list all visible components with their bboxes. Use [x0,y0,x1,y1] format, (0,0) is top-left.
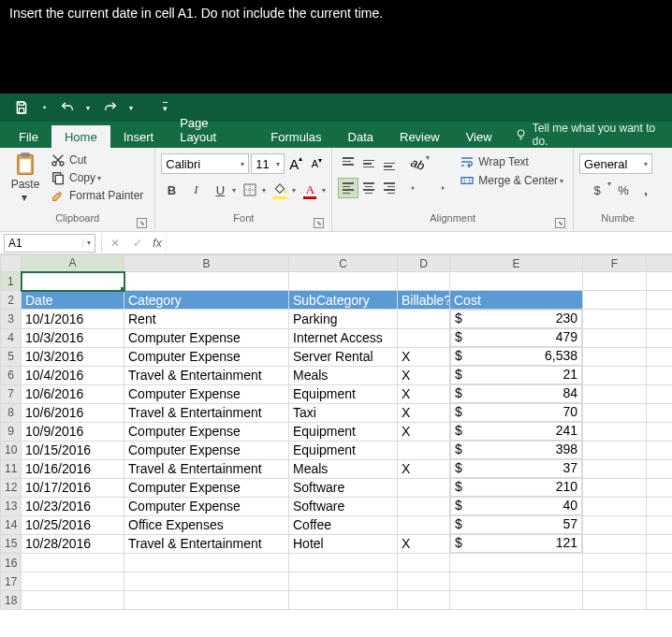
tab-view[interactable]: View [453,125,505,148]
cell-category[interactable]: Travel & Entertainment [124,534,289,554]
row-header[interactable]: 12 [1,478,22,497]
cell-billable[interactable] [398,328,450,347]
cell[interactable] [647,328,673,347]
cell-billable[interactable] [398,310,450,329]
fill-color-button[interactable] [270,180,290,200]
cell[interactable] [583,384,647,403]
cell-subcategory[interactable]: Equipment [289,441,398,459]
cell-subcategory[interactable]: Internet Access [289,328,398,347]
cell[interactable] [583,441,647,459]
undo-dropdown-icon[interactable]: ▾ [83,96,95,119]
copy-dropdown-icon[interactable]: ▾ [97,174,101,182]
align-center-button[interactable] [358,178,379,198]
header-category[interactable]: Category [124,291,289,310]
cell[interactable] [398,272,450,291]
cell[interactable] [583,591,647,610]
paste-dropdown-icon[interactable]: ▾ [22,191,27,204]
cell[interactable] [450,572,583,591]
formula-input[interactable] [166,234,672,253]
row-header[interactable]: 3 [1,310,22,329]
font-dialog-launcher[interactable]: ⬊ [314,218,324,228]
orientation-button[interactable]: ab [407,153,428,174]
cell[interactable] [289,554,398,572]
font-color-dropdown-icon[interactable]: ▾ [322,186,326,195]
cell-subcategory[interactable]: Meals [289,459,398,478]
cell[interactable] [450,591,583,610]
cell[interactable] [398,554,450,572]
font-color-button[interactable]: A [299,180,320,200]
header-date[interactable]: Date [22,291,124,310]
cell-billable[interactable]: X [398,347,450,366]
cell[interactable] [583,310,647,329]
cell-date[interactable]: 10/9/2016 [22,422,124,441]
underline-button[interactable]: U [210,180,230,200]
redo-icon[interactable] [98,96,123,119]
cell-date[interactable]: 10/28/2016 [22,534,124,554]
cell[interactable] [289,572,398,591]
row-header[interactable]: 8 [1,403,22,422]
tab-formulas[interactable]: Formulas [257,125,334,148]
cell[interactable] [450,272,583,291]
cell-billable[interactable]: X [398,422,450,441]
column-header-A[interactable]: A [22,255,124,272]
cell-subcategory[interactable]: Coffee [289,515,398,534]
font-size-select[interactable]: 11▾ [251,153,285,174]
column-header-F[interactable]: F [583,255,647,272]
cell[interactable] [647,459,673,478]
cell[interactable] [289,272,398,291]
header-subcategory[interactable]: SubCategory [289,291,398,310]
fill-handle[interactable] [121,287,124,291]
cell-subcategory[interactable]: Equipment [289,422,398,441]
tab-data[interactable]: Data [335,125,387,148]
cell-date[interactable]: 10/17/2016 [22,478,124,497]
cell-date[interactable]: 10/6/2016 [22,384,124,403]
cell-date[interactable]: 10/16/2016 [22,459,124,478]
cell-subcategory[interactable]: Equipment [289,384,398,403]
accounting-format-button[interactable]: $ [587,180,607,200]
cell-category[interactable]: Travel & Entertainment [124,459,289,478]
tab-page-layout[interactable]: Page Layout [167,111,257,148]
cell-category[interactable]: Computer Expense [124,384,289,403]
cell-A1[interactable] [22,272,124,291]
cell-cost[interactable]: $241 [450,422,582,441]
cell-subcategory[interactable]: Software [289,497,398,515]
underline-dropdown-icon[interactable]: ▾ [232,186,236,195]
align-right-button[interactable] [379,178,400,198]
cell-billable[interactable] [398,515,450,534]
cell[interactable] [22,591,124,610]
cell-category[interactable]: Computer Expense [124,328,289,347]
cell-cost[interactable]: $37 [450,459,582,478]
increase-indent-button[interactable] [428,178,448,198]
borders-dropdown-icon[interactable]: ▾ [262,186,266,195]
orientation-dropdown-icon[interactable]: ▾ [426,153,430,174]
row-header[interactable]: 9 [1,422,22,441]
cell[interactable] [450,554,583,572]
cell[interactable] [583,328,647,347]
cell-billable[interactable]: X [398,403,450,422]
cell[interactable] [647,291,673,310]
cell-subcategory[interactable]: Software [289,478,398,497]
cell[interactable] [583,572,647,591]
cell-billable[interactable]: X [398,366,450,384]
align-middle-button[interactable] [358,153,379,174]
cell-date[interactable]: 10/1/2016 [22,310,124,329]
cell[interactable] [647,384,673,403]
row-header[interactable]: 2 [1,291,22,310]
cell[interactable] [289,591,398,610]
decrease-indent-button[interactable] [407,178,428,198]
percent-format-button[interactable]: % [613,180,634,200]
cell-cost[interactable]: $230 [450,310,582,328]
cell-category[interactable]: Travel & Entertainment [124,403,289,422]
header-cost[interactable]: Cost [450,291,583,310]
cell-billable[interactable]: X [398,384,450,403]
cell[interactable] [583,347,647,366]
cell-category[interactable]: Office Expenses [124,515,289,534]
cell[interactable] [583,497,647,515]
number-format-select[interactable]: General▾ [579,153,652,174]
cell-date[interactable]: 10/4/2016 [22,366,124,384]
column-header-G[interactable] [647,255,673,272]
column-header-D[interactable]: D [398,255,450,272]
row-header[interactable]: 11 [1,459,22,478]
cell[interactable] [22,554,124,572]
cell[interactable] [583,459,647,478]
